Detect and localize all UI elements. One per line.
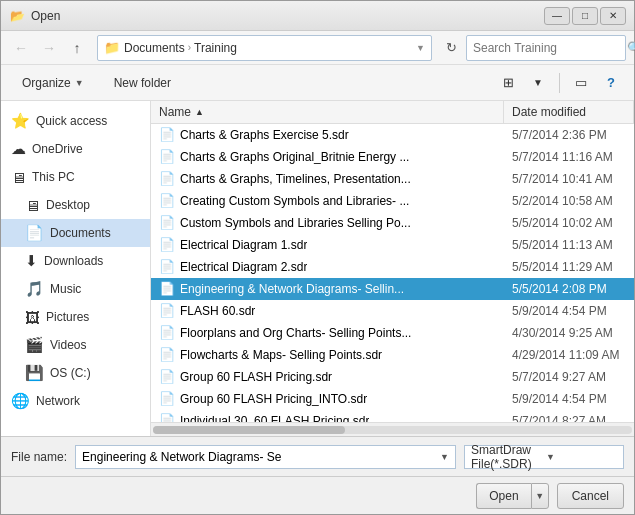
title-bar: 📂 Open — □ ✕ xyxy=(1,1,634,31)
file-name-text: Engineering & Network Diagrams- Sellin..… xyxy=(180,282,404,296)
back-button[interactable]: ← xyxy=(9,36,33,60)
help-button[interactable]: ? xyxy=(598,70,624,96)
table-row[interactable]: 📄FLASH 60.sdr5/9/2014 4:54 PM xyxy=(151,300,634,322)
sidebar-item-videos[interactable]: 🎬 Videos xyxy=(1,331,150,359)
sidebar-item-os-c[interactable]: 💾 OS (C:) xyxy=(1,359,150,387)
address-separator-1: › xyxy=(188,42,191,53)
file-cell-name: 📄Charts & Graphs, Timelines, Presentatio… xyxy=(151,171,504,186)
file-name-text: Electrical Diagram 1.sdr xyxy=(180,238,307,252)
horiz-scroll-thumb xyxy=(153,426,345,434)
file-cell-name: 📄Flowcharts & Maps- Selling Points.sdr xyxy=(151,347,504,362)
preview-pane-button[interactable]: ▭ xyxy=(568,70,594,96)
file-icon: 📄 xyxy=(159,303,175,318)
file-cell-date: 5/7/2014 9:27 AM xyxy=(504,370,634,384)
sidebar-item-music-label: Music xyxy=(50,282,81,296)
address-parts: Documents › Training xyxy=(124,41,411,55)
view-toggle-button[interactable]: ⊞ xyxy=(495,70,521,96)
file-cell-date: 4/29/2014 11:09 AM xyxy=(504,348,634,362)
file-cell-name: 📄Charts & Graphs Exercise 5.sdr xyxy=(151,127,504,142)
file-list-header: Name ▲ Date modified xyxy=(151,101,634,124)
action-bar: Open ▼ Cancel xyxy=(1,476,634,514)
file-cell-date: 4/30/2014 9:25 AM xyxy=(504,326,634,340)
file-type-dropdown[interactable]: SmartDraw File(*.SDR) ▼ xyxy=(464,445,624,469)
refresh-button[interactable]: ↻ xyxy=(440,37,462,59)
table-row[interactable]: 📄Flowcharts & Maps- Selling Points.sdr4/… xyxy=(151,344,634,366)
column-header-date[interactable]: Date modified xyxy=(504,101,634,123)
table-row[interactable]: 📄Individual 30_60 FLASH Pricing.sdr5/7/2… xyxy=(151,410,634,422)
organize-label: Organize xyxy=(22,76,71,90)
table-row[interactable]: 📄Creating Custom Symbols and Libraries- … xyxy=(151,190,634,212)
address-bar[interactable]: 📁 Documents › Training ▼ xyxy=(97,35,432,61)
table-row[interactable]: 📄Group 60 FLASH Pricing_INTO.sdr5/9/2014… xyxy=(151,388,634,410)
up-button[interactable]: ↑ xyxy=(65,36,89,60)
file-name-text: Charts & Graphs, Timelines, Presentation… xyxy=(180,172,411,186)
forward-button[interactable]: → xyxy=(37,36,61,60)
sidebar-item-network[interactable]: 🌐 Network xyxy=(1,387,150,415)
open-dropdown-button[interactable]: ▼ xyxy=(531,483,549,509)
file-name-input[interactable] xyxy=(82,450,436,464)
sidebar-item-downloads[interactable]: ⬇ Downloads xyxy=(1,247,150,275)
search-icon: 🔍 xyxy=(627,41,635,55)
content-area: ⭐ Quick access ☁ OneDrive 🖥 This PC 🖥 De… xyxy=(1,101,634,436)
file-rows-container: 📄Charts & Graphs Exercise 5.sdr5/7/2014 … xyxy=(151,124,634,422)
address-part-documents[interactable]: Documents › xyxy=(124,41,192,55)
file-name-text: Individual 30_60 FLASH Pricing.sdr xyxy=(180,414,369,423)
nav-bar: ← → ↑ 📁 Documents › Training ▼ ↻ 🔍 xyxy=(1,31,634,65)
file-name-text: Charts & Graphs Exercise 5.sdr xyxy=(180,128,349,142)
col-name-label: Name xyxy=(159,105,191,119)
file-name-dropdown-icon[interactable]: ▼ xyxy=(440,452,449,462)
sidebar-item-quick-access[interactable]: ⭐ Quick access xyxy=(1,107,150,135)
file-name-input-wrapper[interactable]: ▼ xyxy=(75,445,456,469)
file-icon: 📄 xyxy=(159,369,175,384)
horizontal-scrollbar[interactable] xyxy=(151,422,634,436)
sidebar-item-desktop-label: Desktop xyxy=(46,198,90,212)
file-icon: 📄 xyxy=(159,127,175,142)
close-button[interactable]: ✕ xyxy=(600,7,626,25)
sidebar-item-pictures[interactable]: 🖼 Pictures xyxy=(1,303,150,331)
file-icon: 📄 xyxy=(159,237,175,252)
minimize-button[interactable]: — xyxy=(544,7,570,25)
footer-filename: File name: ▼ SmartDraw File(*.SDR) ▼ xyxy=(1,436,634,476)
network-icon: 🌐 xyxy=(11,392,30,410)
new-folder-button[interactable]: New folder xyxy=(103,70,182,96)
cancel-button[interactable]: Cancel xyxy=(557,483,624,509)
column-header-name[interactable]: Name ▲ xyxy=(151,101,504,123)
open-button-group: Open ▼ xyxy=(476,483,548,509)
sidebar-item-documents-label: Documents xyxy=(50,226,111,240)
table-row[interactable]: 📄Charts & Graphs Original_Britnie Energy… xyxy=(151,146,634,168)
sidebar-item-this-pc-label: This PC xyxy=(32,170,75,184)
open-button[interactable]: Open xyxy=(476,483,530,509)
view-dropdown-button[interactable]: ▼ xyxy=(525,70,551,96)
address-part-documents-label: Documents xyxy=(124,41,185,55)
sidebar-item-onedrive[interactable]: ☁ OneDrive xyxy=(1,135,150,163)
file-cell-name: 📄Custom Symbols and Libraries Selling Po… xyxy=(151,215,504,230)
main-panel: Name ▲ Date modified 📄Charts & Graphs Ex… xyxy=(151,101,634,436)
table-row[interactable]: 📄Electrical Diagram 1.sdr5/5/2014 11:13 … xyxy=(151,234,634,256)
organize-button[interactable]: Organize ▼ xyxy=(11,70,95,96)
file-type-arrow-icon: ▼ xyxy=(546,452,617,462)
file-list[interactable]: Name ▲ Date modified 📄Charts & Graphs Ex… xyxy=(151,101,634,422)
sidebar-item-this-pc[interactable]: 🖥 This PC xyxy=(1,163,150,191)
search-bar[interactable]: 🔍 xyxy=(466,35,626,61)
file-type-label: SmartDraw File(*.SDR) xyxy=(471,443,542,471)
table-row[interactable]: 📄Group 60 FLASH Pricing.sdr5/7/2014 9:27… xyxy=(151,366,634,388)
file-icon: 📄 xyxy=(159,325,175,340)
file-icon: 📄 xyxy=(159,215,175,230)
table-row[interactable]: 📄Charts & Graphs, Timelines, Presentatio… xyxy=(151,168,634,190)
table-row[interactable]: 📄Charts & Graphs Exercise 5.sdr5/7/2014 … xyxy=(151,124,634,146)
sidebar-item-documents[interactable]: 📄 Documents xyxy=(1,219,150,247)
sidebar-item-desktop[interactable]: 🖥 Desktop xyxy=(1,191,150,219)
table-row[interactable]: 📄Floorplans and Org Charts- Selling Poin… xyxy=(151,322,634,344)
address-part-training[interactable]: Training xyxy=(194,41,237,55)
sidebar-item-onedrive-label: OneDrive xyxy=(32,142,83,156)
table-row[interactable]: 📄Engineering & Network Diagrams- Sellin.… xyxy=(151,278,634,300)
search-input[interactable] xyxy=(473,41,623,55)
sidebar-item-music[interactable]: 🎵 Music xyxy=(1,275,150,303)
address-dropdown-icon[interactable]: ▼ xyxy=(416,43,425,53)
maximize-button[interactable]: □ xyxy=(572,7,598,25)
dialog-icon: 📂 xyxy=(9,8,25,24)
videos-icon: 🎬 xyxy=(25,336,44,354)
table-row[interactable]: 📄Electrical Diagram 2.sdr5/5/2014 11:29 … xyxy=(151,256,634,278)
pictures-icon: 🖼 xyxy=(25,309,40,326)
table-row[interactable]: 📄Custom Symbols and Libraries Selling Po… xyxy=(151,212,634,234)
